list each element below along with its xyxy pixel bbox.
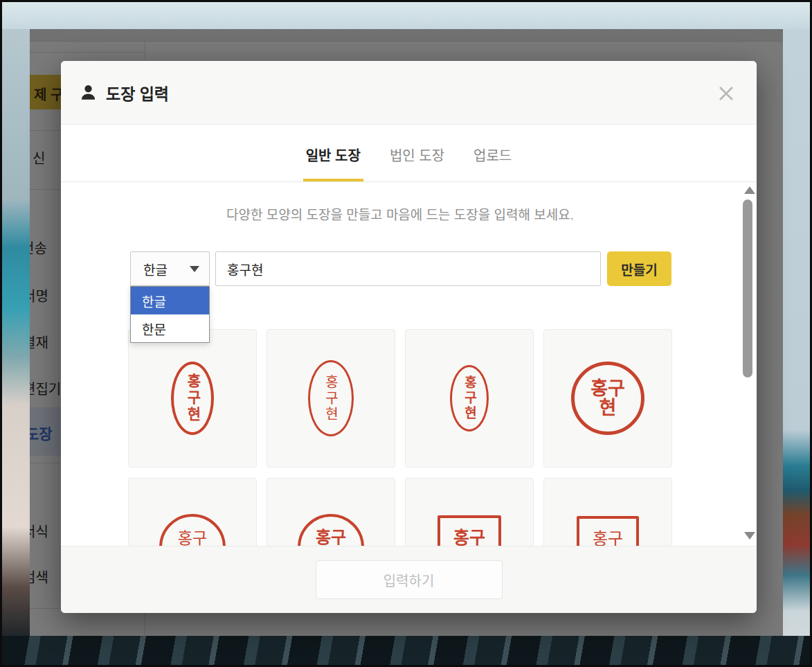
scroll-up-arrow-icon[interactable] (744, 186, 755, 194)
background-photo-left-strip (0, 29, 30, 636)
modal-footer: 입력하기 (61, 546, 757, 613)
tab-upload[interactable]: 업로드 (471, 145, 514, 181)
background-photo-book-spines (783, 29, 812, 636)
chevron-down-icon (190, 266, 199, 272)
modal-title: 도장 입력 (106, 81, 169, 105)
stamp-preview: 홍구현 (308, 360, 354, 436)
modal-body: 다양한 모양의 도장을 만들고 마음에 드는 도장을 입력해 보세요. 한글 한… (61, 182, 757, 546)
tab-corporate-stamp[interactable]: 법인 도장 (387, 145, 447, 181)
language-option-hanja[interactable]: 한문 (131, 314, 209, 342)
stamp-name-input[interactable] (215, 251, 601, 286)
scroll-down-arrow-icon[interactable] (744, 532, 755, 540)
create-button[interactable]: 만들기 (607, 251, 671, 286)
scrollbar-thumb[interactable] (743, 199, 752, 377)
stamp-input-modal: 도장 입력 일반 도장 법인 도장 업로드 다양한 모양의 도장을 만들고 마음… (61, 61, 757, 613)
tab-bar: 일반 도장 법인 도장 업로드 (61, 125, 757, 182)
language-select-value: 한글 (143, 260, 190, 278)
stamp-option-oval-bold[interactable]: 홍구현 (405, 329, 534, 468)
tab-general-stamp[interactable]: 일반 도장 (303, 145, 363, 181)
stamp-preview: 홍구현 (171, 362, 214, 435)
description-text: 다양한 모양의 도장을 만들고 마음에 드는 도장을 입력해 보세요. (129, 204, 671, 223)
background-photo-sky (0, 0, 812, 29)
stamp-option-oval-seal[interactable]: 홍구현 (128, 329, 257, 468)
modal-header: 도장 입력 (61, 61, 757, 125)
language-select[interactable]: 한글 (130, 251, 210, 286)
person-icon (79, 83, 98, 102)
stamp-preview: 홍구현 (159, 514, 226, 546)
stamp-preview: 홍구현 (450, 365, 489, 432)
close-icon[interactable] (715, 82, 737, 105)
stamp-option-square-seal[interactable]: 홍구현 (405, 478, 534, 546)
screenshot-stage: 제 구 신 전송 서명 결재 편집기 도장 서식 검색 API 통합 도장 입력 (0, 0, 812, 667)
stamp-preview: 홍구현 (437, 515, 501, 546)
stamp-option-oval-regular[interactable]: 홍구현 (267, 329, 395, 468)
language-dropdown-list: 한글 한문 (130, 286, 210, 343)
stamp-preview: 홍구현 (577, 516, 639, 546)
submit-button[interactable]: 입력하기 (316, 560, 503, 599)
stamp-option-circle-seal[interactable]: 홍구현 (543, 329, 672, 468)
stamp-option-circle-regular[interactable]: 홍구현 (128, 478, 257, 546)
stamp-option-circle-bold[interactable]: 홍구현 (267, 478, 395, 546)
stamp-option-square-regular[interactable]: 홍구현 (543, 478, 672, 546)
stamp-preview: 홍구현 (571, 362, 644, 435)
background-photo-seal-blocks (0, 636, 812, 667)
language-option-hangul[interactable]: 한글 (131, 287, 209, 314)
stamp-preview: 홍구현 (298, 514, 364, 546)
